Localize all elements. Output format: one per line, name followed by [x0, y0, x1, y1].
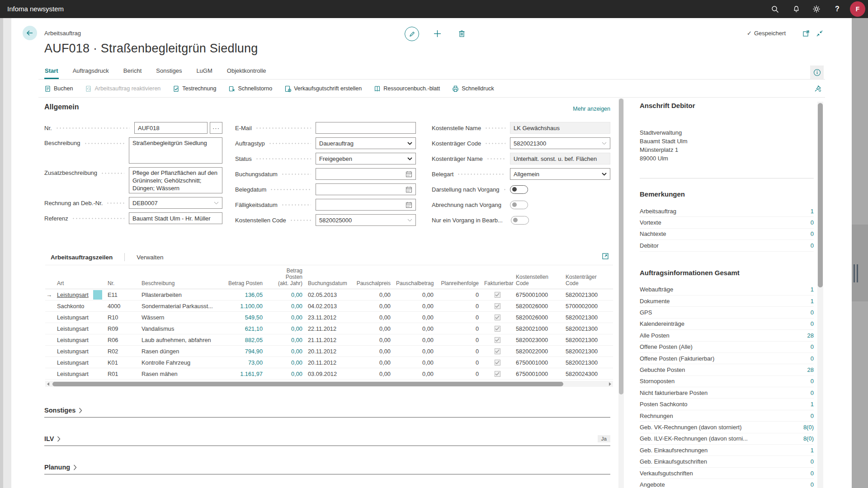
cue-item-kalendereinträge[interactable]: Kalendereinträge0 — [640, 319, 814, 330]
cue-item-offene-posten-fakturierbar[interactable]: Offene Posten (Fakturierbar)0 — [640, 353, 814, 364]
cell-betrag-akt-jahr[interactable]: 0,00 — [265, 359, 305, 366]
col-header-kostentraeger-code[interactable]: KostenträgerCode — [563, 274, 613, 286]
belegdatum-datefield[interactable] — [316, 183, 416, 195]
cell-betrag-posten[interactable]: 1.161,97 — [222, 371, 265, 377]
cell-buchungsdatum[interactable]: 22.11.2012 — [305, 325, 348, 332]
cell-kostenstellen-code[interactable]: 5820023000 — [513, 337, 563, 343]
beschreibung-textarea[interactable]: Straßenbegleitgrün Siedlung — [129, 137, 222, 164]
tab-start[interactable]: Start — [44, 66, 59, 79]
scroll-right-arrow-icon[interactable] — [609, 382, 611, 386]
cue-value[interactable]: 0 — [811, 219, 814, 226]
cue-item-dokumente[interactable]: Dokumente1 — [640, 296, 814, 307]
main-vertical-scrollbar[interactable] — [618, 99, 624, 488]
status-select[interactable]: Freigegeben — [316, 153, 416, 164]
cell-nr[interactable]: K01 — [105, 359, 139, 366]
section-heading-allgemein[interactable]: Allgemein — [44, 103, 79, 111]
cell-pauschalpreis[interactable]: 0,00 — [348, 359, 393, 366]
cell-art[interactable]: Leistungsart — [54, 348, 105, 355]
cell-betrag-akt-jahr[interactable]: 0,00 — [265, 291, 305, 298]
cue-value[interactable]: 1 — [811, 286, 814, 293]
cue-value[interactable]: 0 — [811, 378, 814, 385]
cell-pauschalpreis[interactable]: 0,00 — [348, 337, 393, 343]
table-row[interactable]: LeistungsartR02Rasen düngen794,900,0020.… — [45, 346, 613, 357]
cell-buchungsdatum[interactable]: 21.11.2012 — [305, 337, 348, 343]
cell-nr[interactable]: 4000 — [105, 303, 139, 310]
cue-item-verkaufsgutschriften[interactable]: Verkaufsgutschriften0 — [640, 468, 814, 479]
cell-kostenstellen-code[interactable]: 6750001000 — [513, 371, 563, 377]
lines-manage-menu[interactable]: Verwalten — [137, 254, 163, 261]
cell-betrag-posten[interactable]: 136,05 — [222, 291, 265, 298]
cell-art[interactable]: Leistungsart — [54, 314, 105, 321]
col-header-betrag-akt-jahr[interactable]: Betrag Posten(akt. Jahr) — [265, 267, 305, 286]
faelligkeitsdatum-datefield[interactable] — [316, 199, 416, 211]
cue-value[interactable]: 28 — [807, 332, 814, 339]
email-input[interactable] — [316, 122, 416, 134]
cue-item-debitor[interactable]: Debitor0 — [640, 240, 814, 251]
cue-item-nicht-fakturierbare-posten[interactable]: Nicht fakturierbare Posten0 — [640, 387, 814, 399]
cell-beschreibung[interactable]: Rasen düngen — [139, 348, 222, 355]
cell-kostenstellen-code[interactable]: 5820026000 — [513, 314, 563, 321]
cell-pauschalpreis[interactable]: 0,00 — [348, 303, 393, 310]
action-buchen[interactable]: Buchen — [44, 85, 73, 92]
table-row[interactable]: →LeistungsartE11Pllasterarbeiten136,050,… — [45, 289, 613, 300]
cell-kostentraeger-code[interactable]: 5820021300 — [563, 314, 613, 321]
cell-buchungsdatum[interactable]: 20.11.2012 — [305, 348, 348, 355]
col-header-pauschalpreis[interactable]: Pauschalpreis — [348, 280, 393, 286]
col-header-betrag-posten[interactable]: Betrag Posten — [222, 280, 265, 286]
side-pane-handle[interactable] — [852, 225, 868, 301]
show-more-link[interactable]: Mehr anzeigen — [556, 106, 610, 112]
cell-buchungsdatum[interactable]: 23.11.2012 — [305, 314, 348, 321]
new-plus-button[interactable] — [430, 27, 444, 40]
cell-beschreibung[interactable]: Laub aufnehmen, abfahren — [139, 337, 222, 343]
collapse-arrows-icon[interactable] — [813, 27, 826, 40]
cell-pauschalbetrag[interactable]: 0,00 — [393, 348, 436, 355]
tab-objektkontrolle[interactable]: Objektkontrolle — [226, 66, 267, 79]
cell-planreihenfolge[interactable]: 0 — [436, 325, 481, 332]
cue-item-geb-einkaufsrechnungen[interactable]: Geb. Einkaufsrechnungen1 — [640, 445, 814, 456]
cue-value[interactable]: 8(0) — [803, 424, 814, 431]
cell-buchungsdatum[interactable]: 03.09.2012 — [305, 371, 348, 377]
tab-sonstiges[interactable]: Sonstiges — [156, 66, 182, 79]
cell-nr[interactable]: R06 — [105, 337, 139, 343]
cue-item-arbeitsauftrag[interactable]: Arbeitsauftrag1 — [640, 206, 814, 217]
cue-item-geb-vk-rechnungen-davon-storniert[interactable]: Geb. VK-Rechnungen (davon storniert)8(0) — [640, 422, 814, 433]
cell-kostentraeger-code[interactable]: 5820021300 — [563, 337, 613, 343]
col-header-art[interactable]: Art — [54, 280, 105, 286]
cell-planreihenfolge[interactable]: 0 — [436, 291, 481, 298]
table-row[interactable]: LeistungsartR06Laub aufnehmen, abfahren8… — [45, 334, 613, 346]
table-row[interactable]: LeistungsartK01Kontrolle Fahrzeug73,000,… — [45, 357, 613, 368]
delete-trash-button[interactable] — [455, 27, 468, 40]
cue-item-gps[interactable]: GPS0 — [640, 307, 814, 318]
cell-art[interactable]: Sachkonto — [54, 303, 105, 310]
cell-buchungsdatum[interactable]: 04.02.2013 — [305, 303, 348, 310]
cell-nr[interactable]: R09 — [105, 325, 139, 332]
col-header-buchungsdatum[interactable]: Buchungsdatum — [305, 280, 348, 286]
cue-value[interactable]: 0 — [811, 413, 814, 419]
cell-art[interactable]: Leistungsart — [54, 359, 105, 366]
cell-planreihenfolge[interactable]: 0 — [436, 359, 481, 366]
cell-planreihenfolge[interactable]: 0 — [436, 371, 481, 377]
cue-value[interactable]: 1 — [811, 401, 814, 408]
col-header-planreihenfolge[interactable]: Planreihenfolge — [436, 280, 481, 286]
notifications-bell-icon[interactable] — [789, 2, 803, 16]
cell-kostenstellen-code[interactable]: 5820022000 — [513, 348, 563, 355]
cell-beschreibung[interactable]: Rasen mähen — [139, 371, 222, 377]
table-row[interactable]: LeistungsartR10Wässern549,500,0023.11.20… — [45, 312, 613, 323]
user-avatar[interactable]: F — [850, 1, 865, 17]
cell-buchungsdatum[interactable]: 20.11.2012 — [305, 359, 348, 366]
cue-item-webaufträge[interactable]: Webaufträge1 — [640, 284, 814, 296]
row-selector[interactable]: → — [45, 291, 54, 298]
cue-item-angebote[interactable]: Angebote0 — [640, 479, 814, 488]
cue-value[interactable]: 1 — [811, 298, 814, 305]
cell-kostentraeger-code[interactable]: 5820024300 — [563, 371, 613, 377]
cell-art[interactable]: Leistungsart — [54, 337, 105, 343]
cell-pauschalbetrag[interactable]: 0,00 — [393, 337, 436, 343]
cell-pauschalbetrag[interactable]: 0,00 — [393, 303, 436, 310]
cell-betrag-posten[interactable]: 549,50 — [222, 314, 265, 321]
cell-pauschalbetrag[interactable]: 0,00 — [393, 325, 436, 332]
cell-kostentraeger-code[interactable]: 5820021300 — [563, 359, 613, 366]
section-heading-sonstiges[interactable]: Sonstiges — [44, 407, 610, 418]
cue-item-offene-posten-alle[interactable]: Offene Posten (Alle)0 — [640, 342, 814, 353]
cue-item-alle-posten[interactable]: Alle Posten28 — [640, 330, 814, 341]
section-heading-planung[interactable]: Planung — [44, 464, 610, 474]
